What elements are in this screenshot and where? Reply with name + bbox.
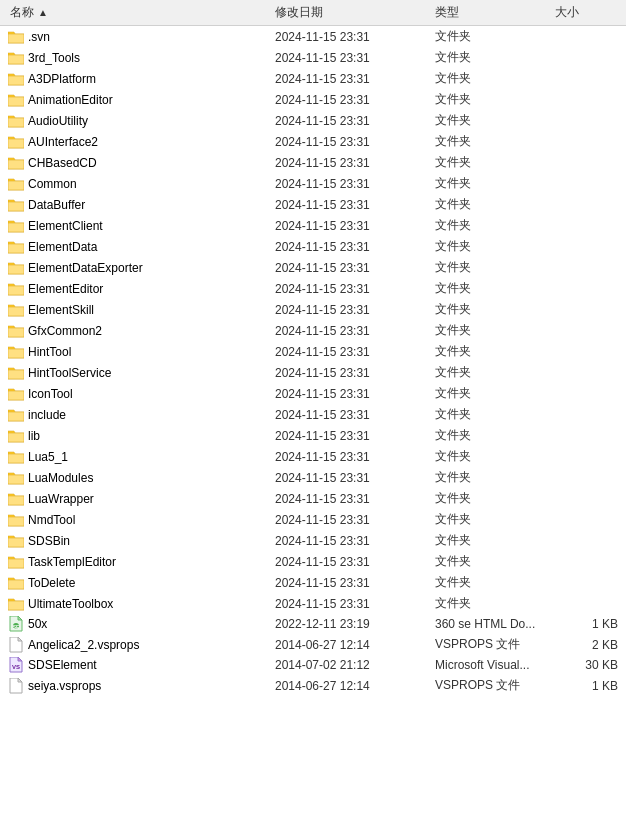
table-row[interactable]: ElementData 2024-11-15 23:31 文件夹 (0, 236, 626, 257)
file-type-cell: 文件夹 (430, 553, 550, 570)
folder-icon (8, 555, 24, 569)
file-date-cell: 2024-11-15 23:31 (270, 471, 430, 485)
table-row[interactable]: ElementEditor 2024-11-15 23:31 文件夹 (0, 278, 626, 299)
file-name-cell: 3rd_Tools (0, 51, 270, 65)
file-type-cell: Microsoft Visual... (430, 658, 550, 672)
file-rows: SE 50x 2022-12-11 23:19 360 se HTML Do..… (0, 614, 626, 696)
file-type-cell: 文件夹 (430, 217, 550, 234)
file-name-label: ElementDataExporter (28, 261, 143, 275)
file-name-label: CHBasedCD (28, 156, 97, 170)
file-date-cell: 2024-11-15 23:31 (270, 429, 430, 443)
table-row[interactable]: lib 2024-11-15 23:31 文件夹 (0, 425, 626, 446)
file-name-label: ElementSkill (28, 303, 94, 317)
file-date-cell: 2024-11-15 23:31 (270, 534, 430, 548)
file-name-cell: .svn (0, 30, 270, 44)
header-date[interactable]: 修改日期 (270, 4, 430, 21)
header-size[interactable]: 大小 (550, 4, 626, 21)
file-type-cell: 360 se HTML Do... (430, 617, 550, 631)
file-date-cell: 2024-11-15 23:31 (270, 366, 430, 380)
file-size-cell: 30 KB (550, 658, 626, 672)
file-icon (8, 678, 24, 694)
table-row[interactable]: Angelica2_2.vsprops 2014-06-27 12:14 VSP… (0, 634, 626, 655)
table-row[interactable]: AUInterface2 2024-11-15 23:31 文件夹 (0, 131, 626, 152)
file-type-cell: 文件夹 (430, 427, 550, 444)
folder-icon (8, 93, 24, 107)
folder-icon (8, 534, 24, 548)
file-name-label: 3rd_Tools (28, 51, 80, 65)
file-date-cell: 2024-11-15 23:31 (270, 261, 430, 275)
header-name-label: 名称 (10, 4, 34, 21)
table-row[interactable]: IconTool 2024-11-15 23:31 文件夹 (0, 383, 626, 404)
header-type[interactable]: 类型 (430, 4, 550, 21)
table-row[interactable]: HintToolService 2024-11-15 23:31 文件夹 (0, 362, 626, 383)
table-row[interactable]: TaskTemplEditor 2024-11-15 23:31 文件夹 (0, 551, 626, 572)
file-name-cell: AUInterface2 (0, 135, 270, 149)
table-row[interactable]: VS SDSElement 2014-07-02 21:12 Microsoft… (0, 655, 626, 675)
file-type-cell: 文件夹 (430, 469, 550, 486)
table-row[interactable]: NmdTool 2024-11-15 23:31 文件夹 (0, 509, 626, 530)
file-date-cell: 2024-11-15 23:31 (270, 51, 430, 65)
table-row[interactable]: SDSBin 2024-11-15 23:31 文件夹 (0, 530, 626, 551)
table-row[interactable]: ElementDataExporter 2024-11-15 23:31 文件夹 (0, 257, 626, 278)
table-row[interactable]: seiya.vsprops 2014-06-27 12:14 VSPROPS 文… (0, 675, 626, 696)
table-row[interactable]: AnimationEditor 2024-11-15 23:31 文件夹 (0, 89, 626, 110)
green-html-icon: SE (8, 616, 24, 632)
file-name-cell: ElementEditor (0, 282, 270, 296)
folder-icon (8, 471, 24, 485)
file-name-cell: A3DPlatform (0, 72, 270, 86)
table-row[interactable]: SE 50x 2022-12-11 23:19 360 se HTML Do..… (0, 614, 626, 634)
folder-icon (8, 450, 24, 464)
file-name-label: AnimationEditor (28, 93, 113, 107)
file-type-cell: VSPROPS 文件 (430, 636, 550, 653)
table-row[interactable]: 3rd_Tools 2024-11-15 23:31 文件夹 (0, 47, 626, 68)
table-row[interactable]: ElementClient 2024-11-15 23:31 文件夹 (0, 215, 626, 236)
table-row[interactable]: ElementSkill 2024-11-15 23:31 文件夹 (0, 299, 626, 320)
file-type-cell: 文件夹 (430, 490, 550, 507)
file-type-cell: 文件夹 (430, 532, 550, 549)
file-type-cell: 文件夹 (430, 364, 550, 381)
file-name-label: TaskTemplEditor (28, 555, 116, 569)
table-row[interactable]: LuaWrapper 2024-11-15 23:31 文件夹 (0, 488, 626, 509)
file-name-cell: Common (0, 177, 270, 191)
folder-rows: .svn 2024-11-15 23:31 文件夹 3rd_Tools 2024… (0, 26, 626, 614)
table-row[interactable]: Common 2024-11-15 23:31 文件夹 (0, 173, 626, 194)
file-name-cell: IconTool (0, 387, 270, 401)
table-row[interactable]: A3DPlatform 2024-11-15 23:31 文件夹 (0, 68, 626, 89)
table-row[interactable]: UltimateToolbox 2024-11-15 23:31 文件夹 (0, 593, 626, 614)
file-name-label: .svn (28, 30, 50, 44)
file-name-label: HintTool (28, 345, 71, 359)
file-name-label: NmdTool (28, 513, 75, 527)
file-type-cell: 文件夹 (430, 259, 550, 276)
file-type-cell: 文件夹 (430, 91, 550, 108)
table-row[interactable]: AudioUtility 2024-11-15 23:31 文件夹 (0, 110, 626, 131)
table-row[interactable]: include 2024-11-15 23:31 文件夹 (0, 404, 626, 425)
table-row[interactable]: CHBasedCD 2024-11-15 23:31 文件夹 (0, 152, 626, 173)
file-type-cell: 文件夹 (430, 511, 550, 528)
file-name-cell: SE 50x (0, 616, 270, 632)
file-name-cell: lib (0, 429, 270, 443)
file-name-cell: DataBuffer (0, 198, 270, 212)
table-row[interactable]: HintTool 2024-11-15 23:31 文件夹 (0, 341, 626, 362)
table-row[interactable]: GfxCommon2 2024-11-15 23:31 文件夹 (0, 320, 626, 341)
column-header[interactable]: 名称 ▲ 修改日期 类型 大小 (0, 0, 626, 26)
file-name-cell: ElementDataExporter (0, 261, 270, 275)
table-row[interactable]: LuaModules 2024-11-15 23:31 文件夹 (0, 467, 626, 488)
folder-icon (8, 345, 24, 359)
table-row[interactable]: Lua5_1 2024-11-15 23:31 文件夹 (0, 446, 626, 467)
folder-icon (8, 366, 24, 380)
file-type-cell: 文件夹 (430, 595, 550, 612)
header-name[interactable]: 名称 ▲ (0, 4, 270, 21)
folder-icon (8, 387, 24, 401)
folder-icon (8, 282, 24, 296)
file-type-cell: 文件夹 (430, 154, 550, 171)
table-row[interactable]: .svn 2024-11-15 23:31 文件夹 (0, 26, 626, 47)
file-name-cell: AnimationEditor (0, 93, 270, 107)
file-name-label: AUInterface2 (28, 135, 98, 149)
sort-arrow-icon: ▲ (38, 7, 48, 18)
file-date-cell: 2024-11-15 23:31 (270, 492, 430, 506)
file-name-cell: LuaModules (0, 471, 270, 485)
table-row[interactable]: DataBuffer 2024-11-15 23:31 文件夹 (0, 194, 626, 215)
table-row[interactable]: ToDelete 2024-11-15 23:31 文件夹 (0, 572, 626, 593)
folder-icon (8, 513, 24, 527)
file-name-label: HintToolService (28, 366, 111, 380)
